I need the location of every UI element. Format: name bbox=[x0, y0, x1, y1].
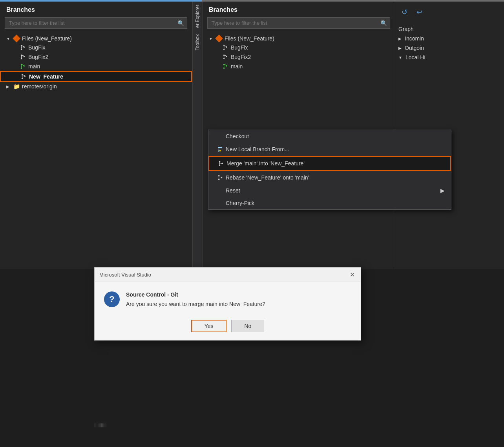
menu-item-new-local-branch[interactable]: ✦ New Local Branch From... bbox=[208, 143, 451, 156]
outgoing-label: Outgoin bbox=[405, 45, 424, 51]
sidebar-outgoing-section[interactable]: ▶ Outgoin bbox=[398, 43, 501, 53]
incoming-arrow-icon: ▶ bbox=[398, 37, 402, 41]
sidebar-incoming-section[interactable]: ▶ Incomin bbox=[398, 34, 501, 43]
menu-item-reset[interactable]: Reset ▶ bbox=[208, 184, 451, 197]
right-tree-main[interactable]: main bbox=[203, 62, 395, 71]
local-history-arrow-icon: ▼ bbox=[398, 55, 402, 60]
left-filter-input[interactable] bbox=[5, 17, 187, 29]
right-main-git-icon bbox=[221, 63, 229, 70]
left-new-feature-label: New_Feature bbox=[29, 73, 63, 80]
right-main-label: main bbox=[231, 63, 243, 70]
dialog-text-section: Source Control - Git Are you sure you wa… bbox=[126, 291, 351, 307]
left-bugfix2-label: BugFix2 bbox=[28, 54, 48, 60]
svg-point-25 bbox=[223, 68, 225, 69]
left-remotes-arrow: ▶ bbox=[6, 84, 13, 89]
svg-point-9 bbox=[21, 68, 22, 69]
dialog-close-button[interactable]: ✕ bbox=[348, 271, 356, 278]
dialog-content: ? Source Control - Git Are you sure you … bbox=[104, 291, 351, 307]
menu-item-checkout[interactable]: Checkout bbox=[208, 130, 451, 143]
checkout-label: Checkout bbox=[226, 133, 249, 139]
svg-point-37 bbox=[218, 175, 219, 176]
menu-item-cherry-pick[interactable]: Cherry-Pick bbox=[208, 197, 451, 209]
svg-point-34 bbox=[219, 165, 220, 166]
right-files-arrow: ▼ bbox=[209, 37, 215, 41]
right-bugfix-label: BugFix bbox=[231, 44, 248, 51]
left-tree-new-feature[interactable]: New_Feature bbox=[0, 71, 192, 82]
vertical-tab-strip: er Explorer Toolbox bbox=[192, 2, 203, 269]
dialog-subtitle: Source Control - Git bbox=[126, 291, 351, 298]
right-bugfix2-label: BugFix2 bbox=[231, 54, 251, 60]
sidebar-local-history-section[interactable]: ▼ Local Hi bbox=[398, 53, 501, 62]
svg-point-1 bbox=[21, 49, 22, 50]
yes-button[interactable]: Yes bbox=[191, 320, 227, 332]
bottom-decorative-text: ||||||||||| bbox=[94, 423, 106, 427]
bottom-background-area: ||||||||||| bbox=[0, 361, 504, 447]
left-tree-bugfix[interactable]: BugFix bbox=[0, 43, 192, 52]
right-panel-title: Branches bbox=[203, 6, 395, 17]
right-tree-bugfix[interactable]: BugFix bbox=[203, 43, 395, 52]
right-files-label: Files (New_Feature) bbox=[225, 35, 274, 42]
question-icon: ? bbox=[104, 291, 120, 307]
dialog-body: ? Source Control - Git Are you sure you … bbox=[95, 282, 361, 340]
right-filter-input[interactable] bbox=[207, 17, 390, 29]
left-tree-files[interactable]: ▼ Files (New_Feature) bbox=[0, 34, 192, 43]
left-remotes-label: remotes/origin bbox=[22, 83, 57, 90]
left-tree-remotes[interactable]: ▶ 📁 remotes/origin bbox=[0, 82, 192, 91]
dialog-message: Are you sure you want to merge main into… bbox=[126, 301, 351, 307]
right-tree-files[interactable]: ▼ Files (New_Feature) bbox=[203, 34, 395, 43]
right-bugfix-git-icon bbox=[221, 44, 229, 51]
rebase-icon bbox=[215, 174, 226, 181]
right-search-icon: 🔍 bbox=[380, 20, 387, 26]
left-filter-box: 🔍 bbox=[5, 17, 187, 29]
left-new-feature-git-icon bbox=[20, 73, 27, 80]
left-bugfix-git-icon bbox=[19, 44, 27, 51]
reset-submenu-arrow-icon: ▶ bbox=[440, 187, 445, 194]
outgoing-arrow-icon: ▶ bbox=[398, 46, 402, 50]
menu-item-merge[interactable]: Merge 'main' into 'New_Feature' bbox=[208, 156, 451, 171]
svg-point-5 bbox=[21, 58, 22, 59]
left-files-label: Files (New_Feature) bbox=[22, 35, 72, 42]
right-files-diamond-icon bbox=[215, 36, 223, 41]
new-local-branch-label: New Local Branch From... bbox=[226, 146, 289, 152]
left-remotes-folder-icon: 📁 bbox=[13, 83, 20, 90]
svg-point-33 bbox=[219, 161, 220, 162]
context-menu: Checkout ✦ New Local Branch From... bbox=[208, 130, 451, 210]
left-branch-panel: Branches 🔍 ▼ Files (New_Feature) bbox=[0, 2, 192, 269]
right-tree-bugfix2[interactable]: BugFix2 bbox=[203, 52, 395, 62]
right-bugfix2-git-icon bbox=[221, 53, 229, 60]
er-explorer-tab[interactable]: er Explorer bbox=[193, 2, 202, 31]
svg-text:✦: ✦ bbox=[219, 149, 222, 153]
no-button[interactable]: No bbox=[231, 320, 264, 332]
dialog-buttons: Yes No bbox=[104, 317, 351, 332]
merge-icon bbox=[215, 160, 226, 167]
dialog-title: Microsoft Visual Studio bbox=[99, 272, 151, 278]
sidebar-graph-section[interactable]: Graph bbox=[398, 24, 501, 34]
reset-label: Reset bbox=[226, 187, 240, 194]
menu-item-rebase[interactable]: Rebase 'New_Feature' onto 'main' bbox=[208, 171, 451, 184]
merge-label: Merge 'main' into 'New_Feature' bbox=[226, 160, 305, 167]
left-search-icon: 🔍 bbox=[177, 20, 184, 26]
back-icon[interactable]: ↩ bbox=[413, 6, 425, 18]
svg-point-38 bbox=[218, 179, 219, 180]
left-tree-bugfix2[interactable]: BugFix2 bbox=[0, 52, 192, 62]
svg-point-39 bbox=[221, 177, 222, 178]
left-tree-main[interactable]: main bbox=[0, 62, 192, 71]
right-filter-box: 🔍 bbox=[207, 17, 390, 29]
new-branch-icon: ✦ bbox=[215, 146, 226, 153]
left-files-arrow: ▼ bbox=[6, 37, 13, 41]
refresh-icon[interactable]: ↺ bbox=[398, 6, 410, 18]
left-bugfix-label: BugFix bbox=[28, 44, 46, 51]
cherry-pick-label: Cherry-Pick bbox=[226, 200, 254, 206]
dialog-titlebar: Microsoft Visual Studio ✕ bbox=[95, 267, 361, 282]
left-main-label: main bbox=[28, 63, 40, 70]
left-bugfix2-git-icon bbox=[19, 53, 27, 60]
toolbox-tab[interactable]: Toolbox bbox=[193, 31, 202, 53]
local-history-label: Local Hi bbox=[405, 54, 425, 60]
rebase-label: Rebase 'New_Feature' onto 'main' bbox=[226, 174, 309, 181]
vs-dialog: Microsoft Visual Studio ✕ ? Source Contr… bbox=[94, 267, 361, 341]
svg-point-17 bbox=[223, 49, 225, 50]
svg-point-13 bbox=[22, 78, 23, 79]
left-main-git-icon bbox=[19, 63, 27, 70]
left-files-diamond-icon bbox=[13, 36, 20, 41]
svg-point-21 bbox=[223, 58, 225, 59]
